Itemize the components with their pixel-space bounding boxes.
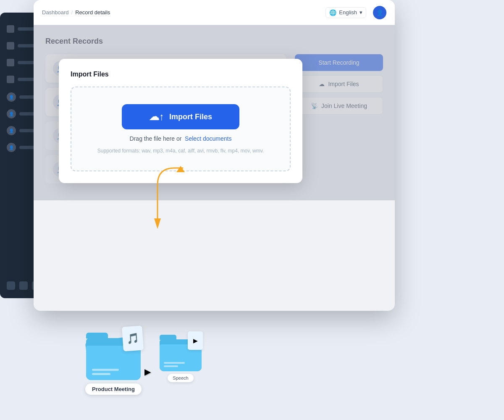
folder-line <box>92 369 119 371</box>
folder-tab <box>86 333 108 339</box>
breadcrumb-home[interactable]: Dashboard <box>42 9 69 16</box>
calendar-icon <box>7 42 14 50</box>
folder-tab-small <box>160 335 176 340</box>
settings-icon[interactable] <box>7 281 15 290</box>
play-card: ▶ <box>188 331 203 350</box>
folder-graphic-large: 🎵 ▶ <box>82 326 145 380</box>
home-icon <box>7 25 14 33</box>
speech-label: Speech <box>168 374 193 382</box>
user-avatar: 👤 <box>7 126 16 135</box>
folder-line <box>164 365 178 367</box>
cursor-icon: ▶ <box>144 367 151 377</box>
folder-front-main <box>86 346 141 380</box>
music-note-card: 🎵 <box>122 326 144 351</box>
user-avatar-header[interactable]: 👤 <box>373 6 386 19</box>
language-selector[interactable]: 🌐 English ▾ <box>326 7 366 18</box>
folder-graphic-small: ▶ <box>158 331 204 371</box>
user-avatar: 👤 <box>7 109 16 118</box>
drag-text: Drag the file here or Select documents <box>130 135 232 142</box>
user-avatar: 👤 <box>7 143 16 152</box>
import-files-modal: Import Files ☁↑ Import Files Drag the fi… <box>59 59 302 183</box>
folder-line <box>92 373 110 375</box>
header-right: 🌐 English ▾ 👤 <box>326 6 386 19</box>
header: Dashboard / Record details 🌐 English ▾ 👤 <box>34 0 395 25</box>
lang-label: English <box>339 9 357 16</box>
content-area: Recent Records 👤 Event Calendar Event 📅 … <box>34 25 395 200</box>
breadcrumb-current: Record details <box>75 9 110 16</box>
folder-line <box>164 362 185 364</box>
select-documents-link[interactable]: Select documents <box>185 135 231 142</box>
import-files-large-button[interactable]: ☁↑ Import Files <box>122 104 239 129</box>
import-btn-label: Import Files <box>169 113 212 121</box>
globe-icon: 🌐 <box>329 9 336 16</box>
breadcrumb: Dashboard / Record details <box>42 9 110 16</box>
product-meeting-label: Product Meeting <box>85 383 142 395</box>
notifications-icon[interactable] <box>19 281 28 290</box>
supported-formats: Supported formats: wav, mp3, m4a, caf, a… <box>97 148 264 154</box>
modal-overlay: Import Files ☁↑ Import Files Drag the fi… <box>34 25 395 200</box>
folder-icon <box>7 59 14 66</box>
upload-icon: ☁↑ <box>149 111 164 123</box>
chevron-down-icon: ▾ <box>360 9 362 16</box>
trash-icon <box>7 76 14 83</box>
main-window: Dashboard / Record details 🌐 English ▾ 👤… <box>34 0 395 311</box>
folder-item-speech: ▶ Speech <box>158 331 204 382</box>
user-avatar: 👤 <box>7 92 16 102</box>
folder-item-product-meeting: 🎵 ▶ Product Meeting <box>82 326 145 395</box>
drop-zone[interactable]: ☁↑ Import Files Drag the file here or Se… <box>71 87 291 171</box>
breadcrumb-separator: / <box>71 9 73 16</box>
modal-title: Import Files <box>71 71 291 78</box>
